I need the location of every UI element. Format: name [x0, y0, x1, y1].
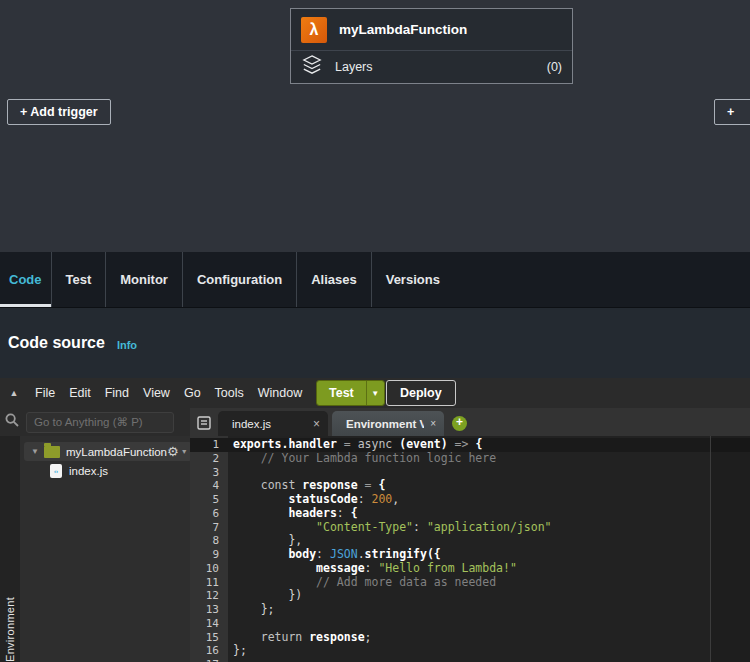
menu-edit[interactable]: Edit — [62, 386, 98, 400]
code-line[interactable] — [228, 617, 750, 631]
ide-main-area: Environment ▼ myLambdaFunction ⚙ ▼ ‹› in… — [0, 436, 750, 662]
tree-folder-row[interactable]: ▼ myLambdaFunction ⚙ ▼ — [24, 442, 192, 461]
menu-find[interactable]: Find — [98, 386, 136, 400]
menu-view[interactable]: View — [136, 386, 177, 400]
line-number: 17 — [190, 658, 228, 662]
test-dropdown-icon[interactable]: ▼ — [366, 381, 384, 405]
code-line[interactable]: statusCode: 200, — [228, 493, 750, 507]
line-number: 6 — [190, 507, 228, 521]
tab-monitor[interactable]: Monitor — [105, 252, 182, 307]
function-name: myLambdaFunction — [339, 22, 467, 37]
line-number: 13 — [190, 603, 228, 617]
code-line[interactable]: // Add more data as needed — [228, 576, 750, 590]
code-line[interactable]: body: JSON.stringify({ — [228, 548, 750, 562]
environment-strip[interactable]: Environment — [0, 436, 20, 662]
code-line[interactable] — [228, 658, 750, 662]
line-number: 3 — [190, 466, 228, 480]
deploy-button[interactable]: Deploy — [386, 380, 456, 406]
code-line[interactable]: return response; — [228, 631, 750, 645]
gear-caret-icon[interactable]: ▼ — [181, 448, 188, 455]
line-number: 12 — [190, 589, 228, 603]
environment-label: Environment — [4, 440, 16, 662]
menu-go[interactable]: Go — [177, 386, 208, 400]
tab-configuration[interactable]: Configuration — [182, 252, 296, 307]
tab-test[interactable]: Test — [51, 252, 106, 307]
menu-file[interactable]: File — [28, 386, 62, 400]
code-line[interactable]: exports.handler = async (event) => { — [228, 438, 750, 452]
editor-tab-label: Environment Vari — [346, 418, 424, 430]
function-designer: λ myLambdaFunction Layers (0) + Add trig… — [0, 0, 750, 252]
line-number: 9 — [190, 548, 228, 562]
add-trigger-button[interactable]: + Add trigger — [7, 99, 111, 125]
line-number: 7 — [190, 521, 228, 535]
lambda-icon: λ — [301, 17, 327, 43]
folder-name: myLambdaFunction — [66, 446, 167, 458]
line-number: 16 — [190, 644, 228, 658]
code-source-header: Code source Info — [0, 308, 750, 378]
new-tab-button[interactable]: + — [452, 416, 467, 431]
line-number: 1 — [190, 438, 228, 452]
editor-tab-environment-variables[interactable]: Environment Vari × — [332, 411, 444, 436]
code-line[interactable]: }; — [228, 603, 750, 617]
print-margin-ruler — [710, 436, 711, 662]
code-line[interactable]: }) — [228, 589, 750, 603]
layers-icon — [301, 55, 323, 79]
code-line[interactable]: const response = { — [228, 479, 750, 493]
ide-menu-bar: ▲ File Edit Find View Go Tools Window Te… — [0, 378, 750, 408]
line-number: 2 — [190, 452, 228, 466]
goto-anything-input[interactable] — [26, 412, 174, 433]
line-number: 5 — [190, 493, 228, 507]
menu-tools[interactable]: Tools — [208, 386, 251, 400]
code-line[interactable]: }, — [228, 534, 750, 548]
gutter: 1234567891011121314151617 — [190, 436, 228, 662]
editor-tab-label: index.js — [232, 418, 307, 430]
file-name: index.js — [69, 465, 198, 477]
tree-file-row[interactable]: ‹› index.js — [20, 461, 198, 480]
tab-list-icon[interactable] — [196, 415, 212, 431]
folder-icon — [44, 446, 60, 458]
line-number: 10 — [190, 562, 228, 576]
code-line[interactable] — [228, 466, 750, 480]
function-card[interactable]: λ myLambdaFunction Layers (0) — [290, 8, 573, 84]
ide-sidebar: Environment ▼ myLambdaFunction ⚙ ▼ ‹› in… — [0, 436, 190, 662]
editor-tabstrip: index.js × Environment Vari × + — [190, 408, 750, 436]
line-number: 11 — [190, 576, 228, 590]
info-link[interactable]: Info — [117, 339, 137, 351]
layers-row[interactable]: Layers (0) — [291, 50, 572, 83]
code-line[interactable]: message: "Hello from Lambda!" — [228, 562, 750, 576]
tab-versions[interactable]: Versions — [371, 252, 454, 307]
line-number: 4 — [190, 479, 228, 493]
goto-anything-row — [0, 408, 190, 436]
line-number: 8 — [190, 534, 228, 548]
close-icon[interactable]: × — [430, 418, 436, 429]
code-line[interactable]: }; — [228, 644, 750, 658]
tab-aliases[interactable]: Aliases — [296, 252, 371, 307]
tab-code[interactable]: Code — [0, 252, 51, 307]
code-line[interactable]: headers: { — [228, 507, 750, 521]
test-button[interactable]: Test — [317, 381, 366, 405]
close-icon[interactable]: × — [313, 417, 320, 431]
layers-label: Layers — [335, 60, 535, 74]
line-number: 15 — [190, 631, 228, 645]
layers-count: (0) — [547, 60, 562, 74]
search-icon — [5, 413, 19, 431]
code-line[interactable]: "Content-Type": "application/json" — [228, 521, 750, 535]
add-destination-button[interactable]: + — [714, 99, 750, 125]
folder-caret-icon[interactable]: ▼ — [28, 447, 42, 456]
ide-second-row: index.js × Environment Vari × + — [0, 408, 750, 436]
code-line[interactable]: // Your Lambda function logic here — [228, 452, 750, 466]
line-number: 14 — [190, 617, 228, 631]
js-file-icon: ‹› — [50, 464, 62, 478]
code-source-title: Code source — [8, 334, 105, 352]
code-lines[interactable]: exports.handler = async (event) => { // … — [228, 436, 750, 662]
cloud9-ide: ▲ File Edit Find View Go Tools Window Te… — [0, 378, 750, 662]
collapse-caret-icon[interactable]: ▲ — [0, 388, 28, 398]
function-tabs: Code Test Monitor Configuration Aliases … — [0, 252, 750, 308]
code-editor[interactable]: 1234567891011121314151617 exports.handle… — [190, 436, 750, 662]
test-split-button[interactable]: Test ▼ — [316, 380, 385, 406]
function-card-header[interactable]: λ myLambdaFunction — [291, 9, 572, 50]
file-tree: ▼ myLambdaFunction ⚙ ▼ ‹› index.js — [20, 436, 198, 662]
gear-icon[interactable]: ⚙ — [167, 444, 179, 459]
editor-tab-indexjs[interactable]: index.js × — [218, 411, 328, 436]
menu-window[interactable]: Window — [251, 386, 309, 400]
